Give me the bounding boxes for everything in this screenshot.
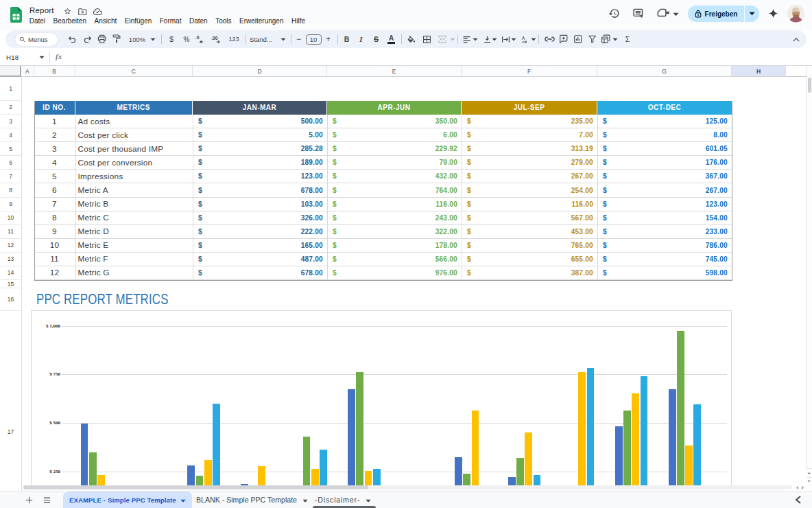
cell-metric[interactable]: Cost per click [75,128,193,141]
row-header-8[interactable]: 8 [0,184,21,198]
insert-link-button[interactable] [543,30,556,48]
cell-value[interactable]: $123.00 [193,170,327,183]
move-folder-icon[interactable] [78,8,87,16]
vertical-scrollbar-thumb[interactable] [808,78,811,93]
cell-id[interactable]: 4 [34,156,75,169]
menu-daten[interactable]: Daten [185,16,211,27]
version-history-icon[interactable] [608,8,620,19]
menu-hilfe[interactable]: Hilfe [287,16,309,27]
cell-value[interactable]: $745.00 [597,253,732,266]
more-formats-button[interactable]: 123 [228,30,240,48]
font-size-input[interactable]: 10 [306,34,322,45]
paint-format-button[interactable] [111,30,121,48]
cell-value[interactable]: $786.00 [597,239,732,252]
merge-cells-button[interactable] [437,30,448,48]
cell-value[interactable]: $123.00 [597,198,732,211]
row-header-2[interactable]: 2 [0,101,21,115]
row-header-4[interactable]: 4 [0,128,21,142]
increase-font-size-button[interactable]: + [324,30,333,48]
cell-value[interactable]: $222.00 [193,225,327,238]
cell-value[interactable]: $566.00 [327,253,462,266]
row-header-5[interactable]: 5 [0,142,21,156]
cloud-saved-icon[interactable] [93,8,103,16]
cell-metric[interactable]: Impressions [75,170,193,183]
menu-format[interactable]: Format [156,16,185,27]
cell-value[interactable]: $678.00 [193,266,327,279]
cell-value[interactable]: $233.00 [597,225,732,238]
select-all-corner[interactable] [0,66,21,77]
tab-bar-chevron-icon[interactable] [795,496,802,504]
row-header-14[interactable]: 14 [0,266,21,280]
cell-id[interactable]: 12 [34,266,75,279]
cell-value[interactable]: $243.00 [327,211,462,224]
cell-value[interactable]: $116.00 [327,198,462,211]
cell-value[interactable]: $5.00 [193,128,327,141]
table-header-oct-dec[interactable]: OCT-DEC [597,101,732,115]
sheet-tab-blank[interactable]: BLANK - Simple PPC Template [196,492,308,508]
cell-value[interactable]: $322.00 [327,225,462,238]
table-header-metrics[interactable]: METRICS [75,101,193,115]
cell-value[interactable]: $267.00 [597,183,732,196]
share-button[interactable]: Freigeben [688,5,744,22]
borders-button[interactable] [421,30,432,48]
cell-value[interactable]: $285.28 [193,142,327,155]
menu-bearbeiten[interactable]: Bearbeiten [49,16,91,27]
text-color-button[interactable]: A [387,30,396,48]
cell-id[interactable]: 6 [34,183,75,196]
cell-id[interactable]: 1 [34,115,75,128]
cell-value[interactable]: $432.00 [327,170,462,183]
row-header-7[interactable]: 7 [0,170,21,183]
format-currency-button[interactable]: $ [166,30,177,48]
cell-value[interactable]: $453.00 [462,225,597,238]
cell-value[interactable]: $116.00 [462,198,597,211]
cell-id[interactable]: 2 [34,128,75,141]
cell-value[interactable]: $500.00 [193,115,327,128]
cell-metric[interactable]: Metric C [75,211,193,224]
cell-value[interactable]: $229.92 [327,142,462,155]
row-header-12[interactable]: 12 [0,239,21,253]
decrease-decimal-button[interactable]: .0 [193,30,206,48]
cell-metric[interactable]: Ad costs [75,115,193,128]
scroll-right-icon[interactable] [800,485,805,490]
add-sheet-icon[interactable] [25,496,33,504]
cell-value[interactable]: $189.00 [193,156,327,169]
cell-value[interactable]: $6.00 [327,128,462,141]
cell-id[interactable]: 7 [34,198,75,211]
column-header-F[interactable]: F [462,66,597,77]
video-call-icon[interactable] [657,8,670,18]
cell-value[interactable]: $254.00 [462,183,597,196]
star-icon[interactable] [64,8,71,15]
scroll-down-icon[interactable] [807,480,811,483]
cell-value[interactable]: $8.00 [597,128,732,141]
cell-value[interactable]: $7.00 [462,128,597,141]
row-header-17[interactable]: 17 [0,426,21,437]
cell-value[interactable]: $601.05 [597,142,732,155]
cell-value[interactable]: $279.00 [462,156,597,169]
row-header-11[interactable]: 11 [0,225,21,239]
row-header-9[interactable]: 9 [0,198,21,211]
cell-value[interactable]: $598.00 [597,266,732,279]
scroll-up-icon[interactable] [807,472,811,474]
column-header-A[interactable]: A [21,66,34,77]
table-header-apr-jun[interactable]: APR-JUN [327,101,461,115]
row-header-1[interactable]: 1 [0,77,21,101]
cell-metric[interactable]: Metric G [75,266,193,279]
toolbar-collapse-icon[interactable] [793,38,800,42]
zoom-select[interactable]: 100% [126,30,148,48]
avatar[interactable] [787,4,805,23]
cell-value[interactable]: $326.00 [193,211,327,224]
font-select[interactable]: Stand... [250,30,274,48]
print-button[interactable] [97,30,107,48]
table-views-button[interactable] [600,30,612,48]
cell-value[interactable]: $976.00 [327,266,462,279]
all-sheets-icon[interactable] [43,497,51,503]
share-options-button[interactable] [745,5,759,22]
row-header-16[interactable]: 16 [0,289,21,312]
cell-id[interactable]: 11 [34,253,75,266]
scroll-left-icon[interactable] [795,485,800,490]
menus-search-button[interactable]: Menüs [15,33,58,46]
cell-value[interactable]: $267.00 [462,170,597,183]
text-wrap-button[interactable] [500,30,511,48]
cell-value[interactable]: $567.00 [462,211,597,224]
cell-value[interactable]: $125.00 [597,115,732,128]
